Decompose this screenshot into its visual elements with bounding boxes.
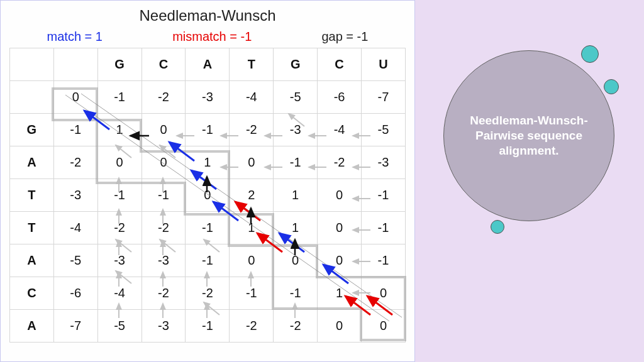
cell: -4 xyxy=(97,277,142,310)
cell: -4 xyxy=(53,212,97,244)
cell: -1 xyxy=(362,212,406,244)
cell: C xyxy=(318,48,362,81)
cell: G xyxy=(97,48,142,81)
cell: -5 xyxy=(97,310,142,343)
legend-gap: gap = -1 xyxy=(321,30,368,44)
cell: -6 xyxy=(318,81,362,114)
cell: -1 xyxy=(186,310,230,343)
cell: -2 xyxy=(230,310,274,343)
dp-matrix: GCATGCU0-1-2-3-4-5-6-7G-110-1-2-3-4-5A-2… xyxy=(9,48,406,343)
cell: 0 xyxy=(230,244,274,277)
cell: -4 xyxy=(318,114,362,146)
cell: 0 xyxy=(142,146,186,179)
cell: 0 xyxy=(186,179,230,212)
cell: 0 xyxy=(318,244,362,277)
cell: C xyxy=(10,277,54,310)
cell: -3 xyxy=(53,179,97,212)
cell: -1 xyxy=(186,244,230,277)
legend-mismatch: mismatch = -1 xyxy=(172,30,252,44)
cell: -3 xyxy=(362,146,406,179)
cell: 0 xyxy=(362,277,406,310)
cell: -2 xyxy=(142,212,186,244)
side-panel: Needleman-Wunsch-Pairwise sequence align… xyxy=(415,0,644,362)
cell: -2 xyxy=(230,114,274,146)
page: Needleman-Wunsch match = 1 mismatch = -1… xyxy=(0,0,644,362)
cell: -1 xyxy=(142,179,186,212)
cell: -7 xyxy=(53,310,97,343)
cell: A xyxy=(186,48,230,81)
cell: 0 xyxy=(318,310,362,343)
side-label: Needleman-Wunsch-Pairwise sequence align… xyxy=(444,113,614,158)
cell: -1 xyxy=(362,179,406,212)
cell: -1 xyxy=(274,146,318,179)
panel-title: Needleman-Wunsch xyxy=(6,7,409,25)
cell: -3 xyxy=(142,310,186,343)
legend: match = 1 mismatch = -1 gap = -1 xyxy=(12,30,403,44)
cell: -2 xyxy=(97,212,142,244)
cell: -2 xyxy=(186,277,230,310)
cell: -1 xyxy=(230,277,274,310)
cell: -6 xyxy=(53,277,97,310)
cell: 1 xyxy=(186,146,230,179)
cell: G xyxy=(10,114,54,146)
cell: 1 xyxy=(274,179,318,212)
cell xyxy=(10,81,54,114)
cell: -5 xyxy=(53,244,97,277)
cell: -1 xyxy=(186,114,230,146)
cell: -4 xyxy=(230,81,274,114)
cell: -3 xyxy=(186,81,230,114)
cell: -3 xyxy=(142,244,186,277)
cell: -1 xyxy=(97,179,142,212)
cell: -2 xyxy=(53,146,97,179)
cell: -2 xyxy=(142,81,186,114)
cell: -2 xyxy=(318,146,362,179)
cell xyxy=(10,48,54,81)
cell: -1 xyxy=(53,114,97,146)
cell: 0 xyxy=(97,146,142,179)
cell: -1 xyxy=(362,244,406,277)
decor-dot xyxy=(604,79,619,94)
cell: 0 xyxy=(318,179,362,212)
cell: -2 xyxy=(142,277,186,310)
matrix-panel: Needleman-Wunsch match = 1 mismatch = -1… xyxy=(0,0,415,362)
label-circle: Needleman-Wunsch-Pairwise sequence align… xyxy=(443,50,614,221)
cell: 1 xyxy=(97,114,142,146)
cell: U xyxy=(362,48,406,81)
cell: G xyxy=(274,48,318,81)
cell: -7 xyxy=(362,81,406,114)
cell: T xyxy=(10,179,54,212)
cell: 0 xyxy=(230,146,274,179)
cell: 0 xyxy=(362,310,406,343)
cell: -2 xyxy=(274,310,318,343)
cell: 1 xyxy=(318,277,362,310)
cell xyxy=(53,48,97,81)
cell: -1 xyxy=(186,212,230,244)
cell: -5 xyxy=(274,81,318,114)
cell: 1 xyxy=(274,212,318,244)
legend-match: match = 1 xyxy=(47,30,103,44)
cell: T xyxy=(230,48,274,81)
cell: -1 xyxy=(274,277,318,310)
cell: -3 xyxy=(97,244,142,277)
cell: -1 xyxy=(97,81,142,114)
cell: T xyxy=(10,212,54,244)
cell: 0 xyxy=(142,114,186,146)
cell: 1 xyxy=(230,212,274,244)
cell: -5 xyxy=(362,114,406,146)
cell: 0 xyxy=(274,244,318,277)
cell: C xyxy=(142,48,186,81)
cell: A xyxy=(10,310,54,343)
decor-dot xyxy=(581,45,599,63)
cell: 0 xyxy=(53,81,97,114)
cell: A xyxy=(10,244,54,277)
decor-dot xyxy=(491,220,504,234)
cell: 2 xyxy=(230,179,274,212)
cell: -3 xyxy=(274,114,318,146)
cell: 0 xyxy=(318,212,362,244)
cell: A xyxy=(10,146,54,179)
